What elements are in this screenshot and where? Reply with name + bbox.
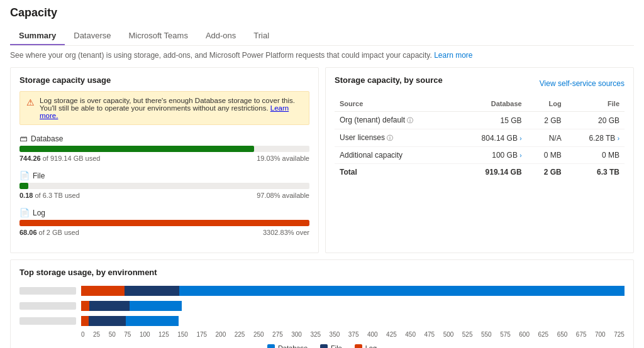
axis-label: 425 <box>386 331 397 338</box>
alert-text: Log storage is over capacity, but there'… <box>40 97 303 119</box>
tab-teams[interactable]: Microsoft Teams <box>120 26 197 45</box>
learn-more-link[interactable]: Learn more <box>434 51 472 60</box>
chart-bars-2 <box>81 301 182 311</box>
axis-label: 675 <box>576 331 587 338</box>
col-database: Database <box>455 97 527 112</box>
axis-label: 625 <box>538 331 548 338</box>
axis-label: 275 <box>272 331 283 338</box>
chart-bars-1 <box>81 286 625 296</box>
info-icon[interactable]: ⓘ <box>407 117 413 124</box>
additional-database: 100 GB › <box>455 147 527 164</box>
total-database: 919.14 GB <box>455 164 527 181</box>
database-icon: 🗃 <box>19 134 28 143</box>
source-panel-title: Storage capacity, by source <box>335 75 443 85</box>
axis-label: 175 <box>196 331 207 338</box>
info-icon[interactable]: ⓘ <box>387 134 393 141</box>
database-segment <box>130 301 182 311</box>
log-bar-container <box>19 220 309 226</box>
top-storage-panel: Top storage usage, by environment <box>10 259 634 348</box>
database-segment <box>179 286 625 296</box>
top-storage-title: Top storage usage, by environment <box>19 268 625 277</box>
chart-area: 0 25 50 75 100 125 150 175 200 225 250 2… <box>19 286 625 348</box>
source-total: Total <box>335 164 455 181</box>
source-user: User licenses ⓘ <box>335 129 455 147</box>
axis-label: 450 <box>405 331 416 338</box>
chart-bars-3 <box>81 316 179 326</box>
file-segment <box>125 286 179 296</box>
database-meta: 744.26 of 919.14 GB used 19.03% availabl… <box>19 155 309 162</box>
warning-icon: ⚠ <box>26 97 35 107</box>
axis-label: 150 <box>177 331 188 338</box>
axis-label: 0 <box>81 331 85 338</box>
log-legend-label: Log <box>365 344 377 348</box>
source-org: Org (tenant) default ⓘ <box>335 112 455 129</box>
env-label-1 <box>19 287 76 295</box>
env-label-3 <box>19 317 76 325</box>
storage-alert: ⚠ Log storage is over capacity, but ther… <box>19 91 309 125</box>
tab-dataverse[interactable]: Dataverse <box>65 26 119 45</box>
axis-label: 475 <box>424 331 435 338</box>
tab-addons[interactable]: Add-ons <box>197 26 245 45</box>
legend-log: Log <box>355 344 377 348</box>
file-storage-section: 📄 File 0.18 of 6.3 TB used 97.08% availa… <box>19 171 309 199</box>
axis-label: 350 <box>330 331 340 338</box>
col-log: Log <box>527 97 567 112</box>
additional-file: 0 MB <box>567 147 625 164</box>
legend-file: File <box>320 344 342 348</box>
page-subtitle: See where your org (tenant) is using sto… <box>10 51 634 60</box>
chart-axis: 0 25 50 75 100 125 150 175 200 225 250 2… <box>81 331 625 338</box>
env-label-2 <box>19 302 76 310</box>
legend-database: Database <box>267 344 308 348</box>
axis-label: 725 <box>614 331 625 338</box>
axis-label: 225 <box>235 331 245 338</box>
user-database: 804.14 GB › <box>455 129 527 147</box>
axis-label: 400 <box>367 331 378 338</box>
file-bar-container <box>19 183 309 189</box>
storage-usage-panel: Storage capacity usage ⚠ Log storage is … <box>10 67 319 253</box>
file-icon: 📄 <box>19 171 30 180</box>
axis-label: 525 <box>462 331 473 338</box>
axis-label: 600 <box>519 331 530 338</box>
total-file: 6.3 TB <box>567 164 625 181</box>
log-segment <box>81 316 89 326</box>
user-log: N/A <box>527 129 567 147</box>
axis-label: 500 <box>443 331 454 338</box>
org-file: 20 GB <box>567 112 625 129</box>
axis-labels: 0 25 50 75 100 125 150 175 200 225 250 2… <box>81 331 625 338</box>
database-storage-section: 🗃 Database 744.26 of 919.14 GB used 19.0… <box>19 134 309 162</box>
chart-legend: Database File Log <box>19 344 625 348</box>
axis-label: 100 <box>140 331 150 338</box>
col-file: File <box>567 97 625 112</box>
tab-summary[interactable]: Summary <box>10 26 65 45</box>
chevron-right-icon[interactable]: › <box>519 152 521 159</box>
axis-label: 250 <box>253 331 264 338</box>
chart-row <box>19 316 625 326</box>
chevron-right-icon[interactable]: › <box>618 135 619 142</box>
file-segment <box>89 316 126 326</box>
table-row-total: Total 919.14 GB 2 GB 6.3 TB <box>335 164 625 181</box>
source-additional: Additional capacity <box>335 147 455 164</box>
chart-rows <box>19 286 625 326</box>
axis-label: 125 <box>158 331 169 338</box>
log-icon: 📄 <box>19 208 30 217</box>
chevron-right-icon[interactable]: › <box>519 135 521 142</box>
table-row: Additional capacity 100 GB › 0 MB 0 MB <box>335 147 625 164</box>
user-file: 6.28 TB › <box>567 129 625 147</box>
axis-label: 50 <box>109 331 116 338</box>
view-self-service-link[interactable]: View self-service sources <box>540 79 625 88</box>
chart-row <box>19 301 625 311</box>
log-storage-section: 📄 Log 68.06 of 2 GB used 3302.83% over <box>19 208 309 236</box>
axis-label: 25 <box>93 331 100 338</box>
log-segment <box>81 301 89 311</box>
axis-label: 300 <box>291 331 302 338</box>
storage-by-source-panel: Storage capacity, by source View self-se… <box>325 67 634 253</box>
log-bar <box>19 220 309 226</box>
tabs-nav: Summary Dataverse Microsoft Teams Add-on… <box>10 26 634 46</box>
axis-label: 75 <box>124 331 131 338</box>
table-row: Org (tenant) default ⓘ 15 GB 2 GB 20 GB <box>335 112 625 129</box>
log-segment <box>81 286 125 296</box>
file-label: File <box>33 171 45 180</box>
database-bar <box>19 146 254 152</box>
tab-trial[interactable]: Trial <box>245 26 278 45</box>
log-legend-dot <box>355 344 362 348</box>
